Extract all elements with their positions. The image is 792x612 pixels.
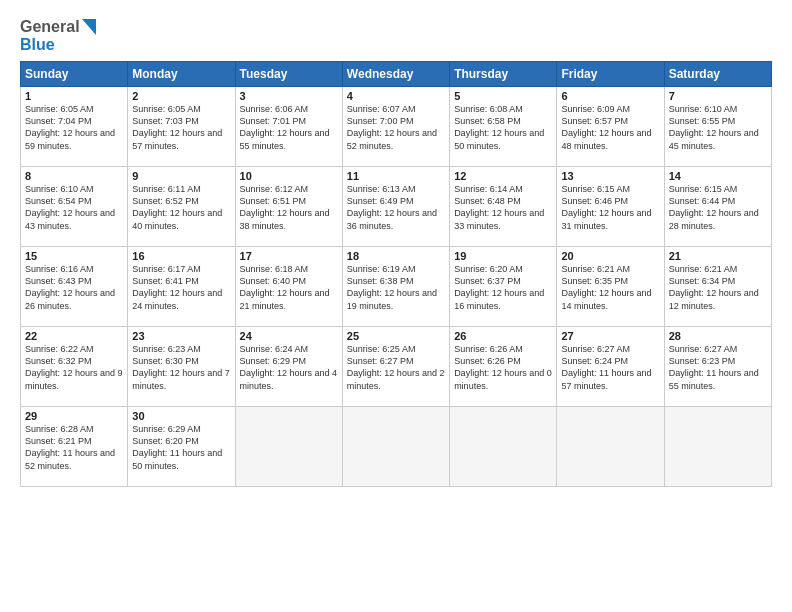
day-number: 20 [561, 250, 659, 262]
day-number: 28 [669, 330, 767, 342]
day-number: 23 [132, 330, 230, 342]
day-number: 14 [669, 170, 767, 182]
calendar-cell: 5 Sunrise: 6:08 AMSunset: 6:58 PMDayligh… [450, 87, 557, 167]
page: General Blue SundayMondayTuesdayWednesda… [0, 0, 792, 612]
day-number: 27 [561, 330, 659, 342]
day-number: 17 [240, 250, 338, 262]
cell-info: Sunrise: 6:23 AMSunset: 6:30 PMDaylight:… [132, 343, 230, 392]
day-number: 8 [25, 170, 123, 182]
cell-info: Sunrise: 6:06 AMSunset: 7:01 PMDaylight:… [240, 103, 338, 152]
svg-marker-0 [82, 19, 96, 35]
cell-info: Sunrise: 6:20 AMSunset: 6:37 PMDaylight:… [454, 263, 552, 312]
day-number: 18 [347, 250, 445, 262]
day-number: 15 [25, 250, 123, 262]
logo-arrow-icon [82, 19, 96, 35]
calendar-week-row: 8 Sunrise: 6:10 AMSunset: 6:54 PMDayligh… [21, 167, 772, 247]
calendar-cell: 11 Sunrise: 6:13 AMSunset: 6:49 PMDaylig… [342, 167, 449, 247]
calendar-cell [664, 407, 771, 487]
cell-info: Sunrise: 6:11 AMSunset: 6:52 PMDaylight:… [132, 183, 230, 232]
calendar-cell: 20 Sunrise: 6:21 AMSunset: 6:35 PMDaylig… [557, 247, 664, 327]
calendar-cell: 13 Sunrise: 6:15 AMSunset: 6:46 PMDaylig… [557, 167, 664, 247]
day-number: 22 [25, 330, 123, 342]
day-number: 19 [454, 250, 552, 262]
calendar-table: SundayMondayTuesdayWednesdayThursdayFrid… [20, 61, 772, 487]
cell-info: Sunrise: 6:13 AMSunset: 6:49 PMDaylight:… [347, 183, 445, 232]
cell-info: Sunrise: 6:27 AMSunset: 6:23 PMDaylight:… [669, 343, 767, 392]
weekday-header: Friday [557, 62, 664, 87]
day-number: 3 [240, 90, 338, 102]
calendar-cell: 30 Sunrise: 6:29 AMSunset: 6:20 PMDaylig… [128, 407, 235, 487]
weekday-header: Saturday [664, 62, 771, 87]
cell-info: Sunrise: 6:17 AMSunset: 6:41 PMDaylight:… [132, 263, 230, 312]
logo-general: General [20, 18, 80, 36]
weekday-header: Monday [128, 62, 235, 87]
calendar-cell: 14 Sunrise: 6:15 AMSunset: 6:44 PMDaylig… [664, 167, 771, 247]
cell-info: Sunrise: 6:18 AMSunset: 6:40 PMDaylight:… [240, 263, 338, 312]
weekday-header: Sunday [21, 62, 128, 87]
day-number: 16 [132, 250, 230, 262]
day-number: 25 [347, 330, 445, 342]
cell-info: Sunrise: 6:28 AMSunset: 6:21 PMDaylight:… [25, 423, 123, 472]
calendar-cell [342, 407, 449, 487]
day-number: 5 [454, 90, 552, 102]
calendar-cell: 7 Sunrise: 6:10 AMSunset: 6:55 PMDayligh… [664, 87, 771, 167]
calendar-cell [450, 407, 557, 487]
calendar-cell [557, 407, 664, 487]
calendar-cell: 15 Sunrise: 6:16 AMSunset: 6:43 PMDaylig… [21, 247, 128, 327]
cell-info: Sunrise: 6:15 AMSunset: 6:46 PMDaylight:… [561, 183, 659, 232]
weekday-header: Thursday [450, 62, 557, 87]
calendar-cell: 17 Sunrise: 6:18 AMSunset: 6:40 PMDaylig… [235, 247, 342, 327]
cell-info: Sunrise: 6:22 AMSunset: 6:32 PMDaylight:… [25, 343, 123, 392]
day-number: 1 [25, 90, 123, 102]
cell-info: Sunrise: 6:21 AMSunset: 6:35 PMDaylight:… [561, 263, 659, 312]
calendar-cell: 4 Sunrise: 6:07 AMSunset: 7:00 PMDayligh… [342, 87, 449, 167]
day-number: 10 [240, 170, 338, 182]
calendar-cell: 8 Sunrise: 6:10 AMSunset: 6:54 PMDayligh… [21, 167, 128, 247]
day-number: 11 [347, 170, 445, 182]
calendar-cell: 18 Sunrise: 6:19 AMSunset: 6:38 PMDaylig… [342, 247, 449, 327]
calendar-cell: 6 Sunrise: 6:09 AMSunset: 6:57 PMDayligh… [557, 87, 664, 167]
calendar-week-row: 22 Sunrise: 6:22 AMSunset: 6:32 PMDaylig… [21, 327, 772, 407]
weekday-header: Tuesday [235, 62, 342, 87]
calendar-cell: 29 Sunrise: 6:28 AMSunset: 6:21 PMDaylig… [21, 407, 128, 487]
cell-info: Sunrise: 6:26 AMSunset: 6:26 PMDaylight:… [454, 343, 552, 392]
calendar-header-row: SundayMondayTuesdayWednesdayThursdayFrid… [21, 62, 772, 87]
day-number: 7 [669, 90, 767, 102]
cell-info: Sunrise: 6:27 AMSunset: 6:24 PMDaylight:… [561, 343, 659, 392]
day-number: 4 [347, 90, 445, 102]
calendar-cell: 24 Sunrise: 6:24 AMSunset: 6:29 PMDaylig… [235, 327, 342, 407]
logo: General Blue [20, 18, 96, 53]
weekday-header: Wednesday [342, 62, 449, 87]
day-number: 24 [240, 330, 338, 342]
day-number: 2 [132, 90, 230, 102]
calendar-cell: 1 Sunrise: 6:05 AMSunset: 7:04 PMDayligh… [21, 87, 128, 167]
day-number: 12 [454, 170, 552, 182]
cell-info: Sunrise: 6:15 AMSunset: 6:44 PMDaylight:… [669, 183, 767, 232]
calendar-week-row: 1 Sunrise: 6:05 AMSunset: 7:04 PMDayligh… [21, 87, 772, 167]
cell-info: Sunrise: 6:21 AMSunset: 6:34 PMDaylight:… [669, 263, 767, 312]
cell-info: Sunrise: 6:05 AMSunset: 7:03 PMDaylight:… [132, 103, 230, 152]
calendar-cell: 23 Sunrise: 6:23 AMSunset: 6:30 PMDaylig… [128, 327, 235, 407]
day-number: 29 [25, 410, 123, 422]
header: General Blue [20, 18, 772, 53]
day-number: 26 [454, 330, 552, 342]
calendar-cell: 10 Sunrise: 6:12 AMSunset: 6:51 PMDaylig… [235, 167, 342, 247]
logo-text: General Blue [20, 18, 96, 53]
cell-info: Sunrise: 6:10 AMSunset: 6:55 PMDaylight:… [669, 103, 767, 152]
cell-info: Sunrise: 6:09 AMSunset: 6:57 PMDaylight:… [561, 103, 659, 152]
cell-info: Sunrise: 6:10 AMSunset: 6:54 PMDaylight:… [25, 183, 123, 232]
calendar-cell [235, 407, 342, 487]
day-number: 9 [132, 170, 230, 182]
day-number: 13 [561, 170, 659, 182]
logo-blue: Blue [20, 36, 55, 53]
calendar-cell: 19 Sunrise: 6:20 AMSunset: 6:37 PMDaylig… [450, 247, 557, 327]
cell-info: Sunrise: 6:05 AMSunset: 7:04 PMDaylight:… [25, 103, 123, 152]
cell-info: Sunrise: 6:07 AMSunset: 7:00 PMDaylight:… [347, 103, 445, 152]
calendar-cell: 2 Sunrise: 6:05 AMSunset: 7:03 PMDayligh… [128, 87, 235, 167]
cell-info: Sunrise: 6:24 AMSunset: 6:29 PMDaylight:… [240, 343, 338, 392]
calendar-cell: 12 Sunrise: 6:14 AMSunset: 6:48 PMDaylig… [450, 167, 557, 247]
cell-info: Sunrise: 6:16 AMSunset: 6:43 PMDaylight:… [25, 263, 123, 312]
cell-info: Sunrise: 6:19 AMSunset: 6:38 PMDaylight:… [347, 263, 445, 312]
calendar-cell: 9 Sunrise: 6:11 AMSunset: 6:52 PMDayligh… [128, 167, 235, 247]
calendar-cell: 26 Sunrise: 6:26 AMSunset: 6:26 PMDaylig… [450, 327, 557, 407]
